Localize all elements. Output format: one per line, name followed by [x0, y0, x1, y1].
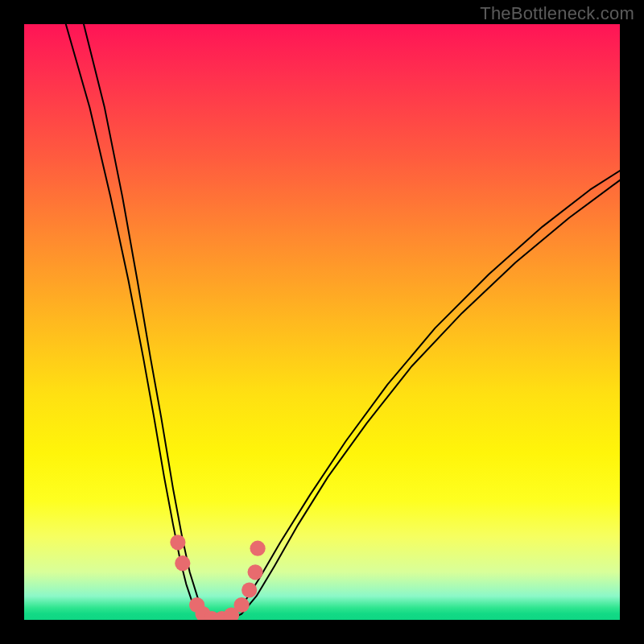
marker-point	[175, 555, 190, 571]
left-curve	[66, 24, 620, 620]
marker-point	[170, 535, 185, 550]
marker-point	[248, 564, 263, 580]
chart-frame: TheBottleneck.com	[0, 0, 644, 644]
marker-point	[250, 541, 266, 556]
curves-svg	[24, 24, 620, 620]
marker-point	[234, 597, 250, 613]
plot-area	[24, 24, 620, 620]
right-curve	[84, 24, 620, 620]
marker-point	[242, 582, 257, 597]
watermark-text: TheBottleneck.com	[480, 3, 634, 24]
